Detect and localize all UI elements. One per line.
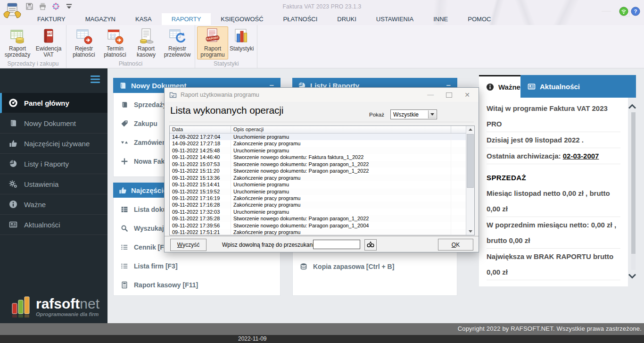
table-row[interactable]: 09-11-2022 17:32:03 Uruchomienie program… <box>170 209 466 215</box>
clear-button[interactable]: Wyczyść <box>170 239 206 251</box>
ribbon-toolbar: Raport sprzedażyVATEwidencja VAT Sprzeda… <box>0 25 644 68</box>
table-row[interactable]: 09-11-2022 14:46:40 Stworzenie nowego do… <box>170 154 466 160</box>
ribbon-group-label: Sprzedaży i zakupu <box>2 59 64 69</box>
sidebar-menu: Panel główny Nowy Dokument Najczęściej u… <box>0 93 107 235</box>
sidebar-item[interactable]: Panel główny <box>0 93 107 113</box>
info-entry: Dzisiaj jest 09 listopad 2022 . <box>487 132 620 148</box>
menu-tab[interactable]: POMOC <box>458 13 501 25</box>
copyright-text: Copyright 2022 by RAFSOFT.NET. Wszystkie… <box>458 325 642 332</box>
ribbon-button[interactable]: Raport sprzedaży <box>2 26 33 59</box>
panel-item[interactable]: Lista firm [F3] <box>114 257 280 276</box>
dialog-title-bar[interactable]: Raport użytkowania programu — ✕ <box>165 88 479 102</box>
quick-access-icon[interactable] <box>65 2 73 10</box>
search-input[interactable] <box>313 240 360 249</box>
sidebar-item-icon <box>9 159 17 168</box>
archive-date-link[interactable]: 02-03-2007 <box>563 152 599 160</box>
status-date: 2022-11-09 <box>238 335 267 342</box>
panel-item-icon <box>300 263 307 270</box>
ribbon-button[interactable]: Raport kasowy <box>131 26 162 59</box>
menu-tab[interactable]: USTAWIENIA <box>366 13 423 25</box>
ribbon-button-icon <box>75 28 92 45</box>
tab-aktualnosci[interactable]: Aktualności <box>520 75 636 98</box>
ribbon-button[interactable]: Rejestr przelewów <box>162 26 193 59</box>
menu-tab[interactable]: KSIĘGOWOŚĆ <box>211 13 273 25</box>
info-entry: Ostatnia archiwizacja: 02-03-2007 <box>487 148 620 164</box>
table-row[interactable]: 09-11-2022 17:16:28 Zakończenie pracy pr… <box>170 201 466 208</box>
app-window: Faktura VAT 2023 PRO 23.1.3 ? FAKTURYMAG… <box>0 0 644 343</box>
column-header-opis[interactable]: Opis operacji <box>231 126 451 133</box>
table-row[interactable]: 09-11-2022 15:13:36 Zakończenie pracy pr… <box>170 175 466 181</box>
quick-access-icon[interactable] <box>52 2 60 10</box>
status-icon[interactable] <box>619 7 628 16</box>
cell-date: 09-11-2022 17:16:19 <box>170 195 231 201</box>
column-header-data[interactable]: Data <box>170 126 231 133</box>
table-scrollbar[interactable] <box>466 126 474 235</box>
ribbon-button[interactable]: Termin płatności <box>99 26 131 59</box>
panel-item[interactable]: Kopia zapasowa [Ctrl + B] <box>293 259 457 274</box>
table-row[interactable]: 14-09-2022 17:27:18 Zakonczenie pracy pr… <box>170 140 466 147</box>
right-panel-scrollbar[interactable] <box>631 112 636 270</box>
sidebar-item[interactable]: Listy i Raporty <box>0 154 107 174</box>
minimize-icon[interactable]: — <box>427 91 434 99</box>
scrollbar-thumb[interactable] <box>467 134 474 188</box>
quick-access-icon[interactable] <box>25 2 33 10</box>
table-row[interactable]: 09-11-2022 17:16:19 Zakończenie pracy pr… <box>170 195 466 201</box>
panel-item[interactable]: Raport kasowy [F11] <box>114 276 280 294</box>
table-row[interactable]: 09-11-2022 15:11:20 Stworzenie nowego do… <box>170 167 466 174</box>
close-icon[interactable]: ✕ <box>464 91 470 99</box>
sidebar-item[interactable]: Ustawienia <box>0 174 107 194</box>
cell-date: 09-11-2022 17:39:56 <box>170 222 231 229</box>
scroll-up-icon[interactable] <box>628 103 636 110</box>
menu-tab[interactable]: MAGAZYN <box>75 13 125 25</box>
sidebar-item[interactable]: Aktualności <box>0 215 107 235</box>
maximize-icon[interactable] <box>446 92 452 98</box>
scrollbar-thumb[interactable] <box>631 112 636 254</box>
cell-description: Zakończenie pracy programu <box>231 201 451 208</box>
show-filter-dropdown[interactable]: Wszystkie <box>390 109 437 119</box>
table-row[interactable]: 14-09-2022 17:27:04 Uruchomienie program… <box>170 134 466 140</box>
table-row[interactable]: 09-11-2022 14:25:48 Uruchomienie program… <box>170 147 466 154</box>
ribbon-group-label: Płatności <box>68 59 193 69</box>
ribbon-button-icon <box>107 28 124 45</box>
cell-date: 09-11-2022 15:07:53 <box>170 161 231 167</box>
sidebar-item-icon <box>9 200 17 209</box>
table-row[interactable]: 09-11-2022 17:35:28 Stworzenie nowego do… <box>170 215 466 222</box>
sidebar-item[interactable]: Nowy Dokument <box>0 113 107 134</box>
menu-tab[interactable]: PŁATNOŚCI <box>273 13 328 25</box>
ok-button[interactable]: OK <box>438 239 473 251</box>
menu-tab[interactable]: RAPORTY <box>162 13 211 25</box>
menu-tab[interactable]: FAKTURY <box>27 13 75 25</box>
ribbon-group-payments: Rejestr płatnościTermin płatnościRaport … <box>66 25 195 68</box>
status-icon[interactable]: ? <box>631 7 640 16</box>
hamburger-menu-icon[interactable] <box>91 75 100 83</box>
ribbon-button[interactable]: VATEwidencja VAT <box>33 26 64 59</box>
dropdown-arrow-icon[interactable] <box>428 110 436 118</box>
tab-wazne[interactable]: Ważne <box>479 75 520 98</box>
cell-date: 09-11-2022 17:35:28 <box>170 215 231 222</box>
menu-tab[interactable]: DRUKI <box>327 13 366 25</box>
menu-tab[interactable]: KASA <box>125 13 162 25</box>
ribbon-button[interactable]: Statystyki <box>228 26 255 53</box>
cell-date: 14-09-2022 17:27:04 <box>170 134 231 140</box>
scroll-up-arrow-icon[interactable] <box>466 126 474 133</box>
sidebar-item[interactable]: Ważne <box>0 194 107 215</box>
table-row[interactable]: 09-11-2022 17:39:56 Stworzenie nowego do… <box>170 222 466 229</box>
ribbon-button[interactable]: RAPORTRaport programu <box>197 26 228 59</box>
table-row[interactable]: 09-11-2022 15:07:53 Stworzenie nowego do… <box>170 161 466 167</box>
table-row[interactable]: 09-11-2022 15:14:41 Uruchomienie program… <box>170 181 466 188</box>
table-row[interactable]: 09-11-2022 15:19:52 Uruchomienie program… <box>170 188 466 195</box>
app-logo-icon[interactable] <box>3 1 22 21</box>
menu-tab[interactable]: INNE <box>423 13 458 25</box>
scroll-down-icon[interactable] <box>628 273 636 279</box>
scroll-down-arrow-icon[interactable] <box>466 228 474 235</box>
dialog-title: Raport użytkowania programu <box>181 92 423 98</box>
thumb-up-icon <box>119 186 127 194</box>
quick-access-icon[interactable] <box>39 2 47 10</box>
search-phrase-label: Wpisz dowolną frazę do przeszukania <box>222 242 317 248</box>
ribbon-button[interactable]: Rejestr płatności <box>68 26 99 59</box>
svg-text:VAT: VAT <box>47 32 52 35</box>
sidebar-item[interactable]: Najczęściej używane <box>0 134 107 154</box>
menu-tab-bar: FAKTURYMAGAZYNKASARAPORTYKSIĘGOWOŚĆPŁATN… <box>27 13 501 25</box>
table-row[interactable]: 09-11-2022 17:51:21 Zakończenie pracy pr… <box>170 229 466 235</box>
search-button[interactable] <box>364 239 377 251</box>
